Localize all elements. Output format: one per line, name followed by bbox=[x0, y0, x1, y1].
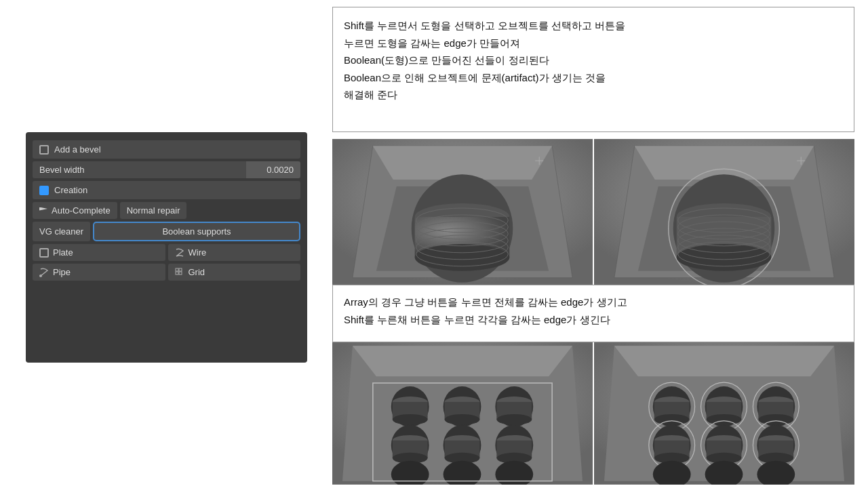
svg-point-12 bbox=[415, 244, 510, 271]
svg-point-44 bbox=[393, 414, 428, 425]
pipe-button[interactable]: Pipe bbox=[33, 264, 165, 281]
render-cell-right-bottom bbox=[594, 342, 854, 485]
render-cell-left-top bbox=[332, 139, 594, 285]
flag-icon bbox=[39, 207, 47, 214]
render-cell-right-top bbox=[594, 139, 854, 285]
svg-marker-40 bbox=[353, 346, 572, 376]
grid-icon bbox=[175, 268, 184, 277]
text-box-top: Shift를 누르면서 도형을 선택하고 오브젝트를 선택하고 버튼을 누르면 … bbox=[332, 7, 854, 132]
vg-bool-row: VG cleaner Boolean supports bbox=[33, 222, 300, 241]
plate-icon bbox=[39, 248, 49, 258]
svg-marker-71 bbox=[614, 346, 834, 376]
wire-icon bbox=[175, 248, 184, 258]
creation-row: Creation bbox=[33, 181, 300, 199]
svg-rect-3 bbox=[176, 272, 178, 274]
pipe-icon bbox=[39, 268, 49, 277]
svg-rect-2 bbox=[179, 268, 182, 271]
svg-point-48 bbox=[445, 414, 480, 425]
svg-rect-1 bbox=[176, 268, 178, 271]
bevel-width-row: Bevel width 0.0020 bbox=[33, 161, 300, 178]
svg-point-81 bbox=[707, 414, 742, 425]
vg-cleaner-button[interactable]: VG cleaner bbox=[33, 222, 90, 241]
left-panel: Add a bevel Bevel width 0.0020 Creation … bbox=[26, 132, 307, 363]
bevel-icon bbox=[39, 145, 49, 155]
svg-point-0 bbox=[39, 274, 42, 277]
render-grid-top bbox=[332, 139, 854, 285]
plate-wire-row: Plate Wire bbox=[33, 244, 300, 261]
wire-button[interactable]: Wire bbox=[168, 244, 301, 261]
render-grid-bottom bbox=[332, 342, 854, 485]
svg-point-86 bbox=[758, 414, 793, 425]
svg-point-76 bbox=[654, 414, 690, 425]
boolean-supports-button[interactable]: Boolean supports bbox=[93, 222, 300, 241]
pipe-grid-row: Pipe Grid bbox=[33, 264, 300, 281]
auto-complete-button[interactable]: Auto-Complete bbox=[33, 202, 117, 219]
normal-repair-button[interactable]: Normal repair bbox=[120, 202, 187, 219]
grid-button[interactable]: Grid bbox=[168, 264, 301, 281]
plate-button[interactable]: Plate bbox=[33, 244, 165, 261]
add-bevel-button[interactable]: Add a bevel bbox=[33, 140, 300, 159]
text-box-middle: Array의 경우 그냥 버튼을 누르면 전체를 감싸는 edge가 생기고 S… bbox=[332, 285, 854, 342]
svg-point-52 bbox=[496, 414, 532, 425]
svg-rect-4 bbox=[179, 272, 182, 274]
render-cell-left-bottom bbox=[332, 342, 594, 485]
svg-point-29 bbox=[677, 244, 772, 271]
creation-icon bbox=[39, 186, 49, 195]
auto-normal-row: Auto-Complete Normal repair bbox=[33, 202, 300, 219]
